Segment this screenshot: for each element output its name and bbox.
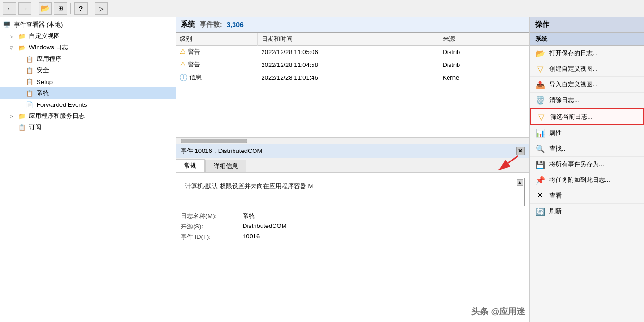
hscroll-thumb[interactable] (181, 139, 247, 143)
root-label: 事件查看器 (本地) (14, 20, 63, 29)
action-import-label: 导入自定义视图... (549, 80, 598, 89)
view-button[interactable]: ⊞ (54, 2, 67, 15)
action-properties[interactable]: 📊 属性 (530, 125, 644, 141)
properties-icon: 📊 (535, 128, 546, 138)
toolbar-separator-3 (91, 3, 91, 14)
action-open-log[interactable]: 📂 打开保存的日志... (530, 46, 644, 61)
tab-general[interactable]: 常规 (176, 159, 205, 172)
attach-task-icon: 📌 (535, 175, 546, 185)
toolbar-separator-1 (35, 3, 35, 14)
right-panel-title: 操作 (530, 17, 644, 32)
event-detail-title: 事件 10016，DistributedCOM (181, 147, 262, 155)
date-cell: 2022/12/28 11:05:06 (257, 46, 439, 58)
event-table-container[interactable]: 级别 日期和时间 来源 ⚠ 警告 2022/12/28 11:05:06 (176, 33, 529, 137)
action-save-all-label: 将所有事件另存为... (549, 160, 604, 169)
tab-detail[interactable]: 详细信息 (205, 160, 246, 172)
sidebar-item-subscription[interactable]: 📋 订阅 (0, 122, 176, 133)
sidebar-item-forwarded-events[interactable]: 📄 Forwarded Events (0, 99, 176, 110)
detail-close-button[interactable]: ✕ (516, 147, 525, 155)
view-icon: 👁 (535, 190, 546, 201)
setup-log-label: Setup (37, 78, 53, 85)
find-icon: 🔍 (535, 143, 546, 154)
expand-icon-app-service: ▷ (10, 114, 17, 119)
clear-log-icon: 🗑️ (535, 95, 546, 105)
detail-field-row: 日志名称(M): 系统 (181, 211, 525, 221)
folder-open-icon: 📂 (17, 43, 27, 52)
right-section-system: 系统 (530, 32, 644, 46)
level-cell: ⚠ 警告 (176, 58, 257, 71)
log-icon-forwarded: 📄 (25, 100, 34, 109)
event-detail-titlebar: 事件 10016，DistributedCOM ✕ (176, 144, 529, 158)
run-button[interactable]: ▷ (95, 2, 108, 15)
action-import-custom-view[interactable]: 📥 导入自定义视图... (530, 77, 644, 93)
log-icon-system: 📋 (25, 88, 34, 98)
sidebar-item-windows-log[interactable]: ▽ 📂 Windows 日志 (0, 42, 176, 53)
sidebar-item-setup-log[interactable]: 📋 Setup (0, 76, 176, 87)
sidebar-item-security-log[interactable]: 📋 安全 (0, 65, 176, 76)
main-layout: 🖥️ 事件查看器 (本地) ▷ 📁 自定义视图 ▽ 📂 Windows 日志 📋… (0, 17, 644, 322)
source-cell: Distrib (439, 58, 529, 71)
warning-icon: ⚠ (180, 47, 186, 55)
horizontal-scrollbar[interactable] (176, 137, 529, 144)
sidebar-item-app-service-log[interactable]: ▷ 📁 应用程序和服务日志 (0, 110, 176, 122)
action-attach-task-label: 将任务附加到此日志... (549, 176, 610, 184)
action-save-all-events[interactable]: 💾 将所有事件另存为... (530, 157, 644, 172)
open-log-icon: 📂 (535, 48, 546, 58)
right-panel: 操作 系统 📂 打开保存的日志... ▽ 创建自定义视图... 📥 导入自定义视… (530, 17, 644, 322)
refresh-icon: 🔄 (535, 206, 546, 217)
action-properties-label: 属性 (549, 129, 562, 137)
action-filter-label: 筛选当前日志... (550, 113, 593, 121)
sidebar-item-app-log[interactable]: 📋 应用程序 (0, 53, 176, 65)
help-button[interactable]: ? (74, 2, 88, 15)
action-view[interactable]: 👁 查看 (530, 188, 644, 204)
action-clear-label: 清除日志... (549, 96, 579, 104)
sidebar-item-custom-views[interactable]: ▷ 📁 自定义视图 (0, 30, 176, 42)
open-folder-button[interactable]: 📂 (39, 2, 52, 15)
action-filter-current-log[interactable]: ▽ 筛选当前日志... (530, 108, 644, 125)
scroll-up-button[interactable]: ▲ (517, 179, 523, 186)
event-list-header: 系统 事件数: 3,306 (176, 17, 529, 33)
create-view-icon: ▽ (535, 64, 546, 74)
level-col-header[interactable]: 级别 (176, 33, 257, 46)
field-label: 日志名称(M): (181, 211, 243, 221)
app-log-label: 应用程序 (37, 55, 61, 63)
sidebar-item-system-log[interactable]: 📋 系统 (0, 87, 176, 99)
save-all-icon: 💾 (535, 159, 546, 170)
center-panel: 系统 事件数: 3,306 级别 日期和时间 来源 (176, 17, 530, 322)
action-create-custom-view[interactable]: ▽ 创建自定义视图... (530, 61, 644, 77)
action-refresh[interactable]: 🔄 刷新 (530, 204, 644, 219)
event-count-value: 3,306 (227, 21, 244, 28)
folder-icon-app-service: 📁 (17, 111, 27, 121)
detail-description: 计算机-默认 权限设置并未向在应用程序容器 M (185, 182, 313, 189)
detail-text-box: ▲ 计算机-默认 权限设置并未向在应用程序容器 M (181, 178, 525, 206)
action-create-view-label: 创建自定义视图... (549, 65, 598, 73)
field-label: 来源(S): (181, 221, 243, 232)
forward-button[interactable]: → (18, 2, 31, 15)
table-row[interactable]: ⚠ 警告 2022/12/28 11:04:58 Distrib (176, 58, 529, 71)
windows-log-label: Windows 日志 (29, 43, 68, 52)
expand-icon: ▷ (10, 34, 17, 39)
event-detail-panel: 事件 10016，DistributedCOM ✕ 常规 详细信息 ▲ 计算机-… (176, 144, 529, 322)
subscription-icon: 📋 (17, 123, 27, 132)
action-clear-log[interactable]: 🗑️ 清除日志... (530, 93, 644, 108)
system-log-label: 系统 (37, 89, 49, 97)
action-find[interactable]: 🔍 查找... (530, 141, 644, 157)
tree-root-item[interactable]: 🖥️ 事件查看器 (本地) (0, 19, 176, 30)
action-open-log-label: 打开保存的日志... (549, 49, 598, 57)
log-icon-security: 📋 (25, 66, 34, 75)
table-row[interactable]: ⚠ 警告 2022/12/28 11:05:06 Distrib (176, 46, 529, 58)
custom-views-label: 自定义视图 (29, 32, 60, 40)
subscription-label: 订阅 (29, 123, 41, 132)
back-button[interactable]: ← (3, 2, 16, 15)
source-col-header[interactable]: 来源 (439, 33, 529, 46)
app-service-log-label: 应用程序和服务日志 (29, 112, 85, 120)
action-attach-task[interactable]: 📌 将任务附加到此日志... (530, 172, 644, 188)
date-cell: 2022/12/28 11:04:58 (257, 58, 439, 71)
event-table-body: ⚠ 警告 2022/12/28 11:05:06 Distrib ⚠ 警告 2 (176, 46, 529, 84)
detail-fields: 日志名称(M): 系统 来源(S): DistributedCOM 事件 ID(… (181, 211, 525, 242)
table-row[interactable]: i 信息 2022/12/28 11:01:46 Kerne (176, 71, 529, 84)
warning-icon-2: ⚠ (180, 60, 186, 68)
log-icon-app: 📋 (25, 54, 34, 64)
date-col-header[interactable]: 日期和时间 (257, 33, 439, 46)
event-count-label: 事件数: (200, 20, 222, 29)
